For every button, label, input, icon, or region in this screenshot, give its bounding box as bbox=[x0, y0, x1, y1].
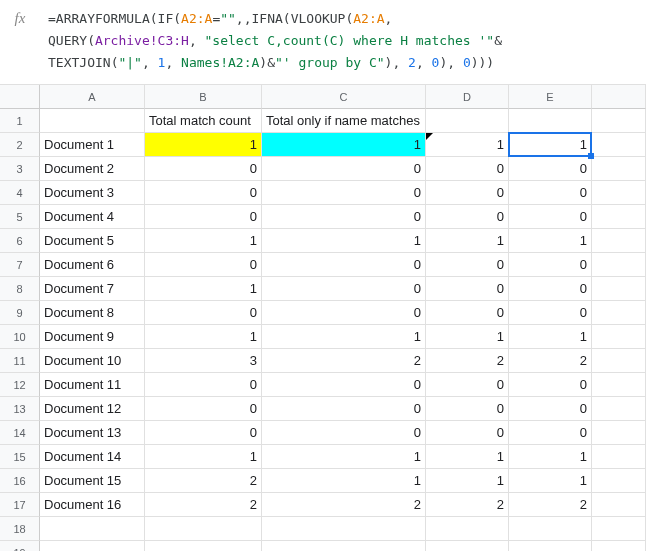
cell-A16[interactable]: Document 15 bbox=[40, 469, 145, 493]
cell-extra[interactable] bbox=[592, 541, 646, 551]
cell-extra[interactable] bbox=[592, 301, 646, 325]
cell-D5[interactable]: 0 bbox=[426, 205, 509, 229]
spreadsheet-grid[interactable]: ABCDE1Total match countTotal only if nam… bbox=[0, 85, 646, 551]
cell-extra[interactable] bbox=[592, 133, 646, 157]
cell-E12[interactable]: 0 bbox=[509, 373, 592, 397]
row-header[interactable]: 12 bbox=[0, 373, 40, 397]
cell-D1[interactable] bbox=[426, 109, 509, 133]
row-header[interactable]: 17 bbox=[0, 493, 40, 517]
cell-A9[interactable]: Document 8 bbox=[40, 301, 145, 325]
cell-C12[interactable]: 0 bbox=[262, 373, 426, 397]
row-header[interactable]: 19 bbox=[0, 541, 40, 551]
cell-C1[interactable]: Total only if name matches bbox=[262, 109, 426, 133]
cell-A7[interactable]: Document 6 bbox=[40, 253, 145, 277]
cell-B11[interactable]: 3 bbox=[145, 349, 262, 373]
cell-A13[interactable]: Document 12 bbox=[40, 397, 145, 421]
row-header[interactable]: 14 bbox=[0, 421, 40, 445]
cell-extra[interactable] bbox=[592, 397, 646, 421]
cell-D2[interactable]: 1 bbox=[426, 133, 509, 157]
row-header[interactable]: 9 bbox=[0, 301, 40, 325]
cell-extra[interactable] bbox=[592, 229, 646, 253]
cell-E7[interactable]: 0 bbox=[509, 253, 592, 277]
cell-C9[interactable]: 0 bbox=[262, 301, 426, 325]
cell-A3[interactable]: Document 2 bbox=[40, 157, 145, 181]
formula-input[interactable]: =ARRAYFORMULA(IF(A2:A="",,IFNA(VLOOKUP(A… bbox=[40, 6, 502, 74]
column-header-C[interactable]: C bbox=[262, 85, 426, 109]
cell-E5[interactable]: 0 bbox=[509, 205, 592, 229]
cell-A17[interactable]: Document 16 bbox=[40, 493, 145, 517]
cell-E2[interactable]: 1 bbox=[509, 133, 592, 157]
cell-C8[interactable]: 0 bbox=[262, 277, 426, 301]
cell-A8[interactable]: Document 7 bbox=[40, 277, 145, 301]
cell-A19[interactable] bbox=[40, 541, 145, 551]
cell-C7[interactable]: 0 bbox=[262, 253, 426, 277]
select-all-corner[interactable] bbox=[0, 85, 40, 109]
cell-E13[interactable]: 0 bbox=[509, 397, 592, 421]
cell-extra[interactable] bbox=[592, 517, 646, 541]
row-header[interactable]: 11 bbox=[0, 349, 40, 373]
cell-C4[interactable]: 0 bbox=[262, 181, 426, 205]
cell-extra[interactable] bbox=[592, 493, 646, 517]
cell-E10[interactable]: 1 bbox=[509, 325, 592, 349]
cell-B12[interactable]: 0 bbox=[145, 373, 262, 397]
cell-D8[interactable]: 0 bbox=[426, 277, 509, 301]
cell-extra[interactable] bbox=[592, 109, 646, 133]
row-header[interactable]: 4 bbox=[0, 181, 40, 205]
cell-A1[interactable] bbox=[40, 109, 145, 133]
cell-D7[interactable]: 0 bbox=[426, 253, 509, 277]
cell-D12[interactable]: 0 bbox=[426, 373, 509, 397]
cell-E18[interactable] bbox=[509, 517, 592, 541]
cell-B14[interactable]: 0 bbox=[145, 421, 262, 445]
cell-B6[interactable]: 1 bbox=[145, 229, 262, 253]
cell-E6[interactable]: 1 bbox=[509, 229, 592, 253]
cell-E8[interactable]: 0 bbox=[509, 277, 592, 301]
cell-B7[interactable]: 0 bbox=[145, 253, 262, 277]
cell-C19[interactable] bbox=[262, 541, 426, 551]
cell-D3[interactable]: 0 bbox=[426, 157, 509, 181]
cell-B18[interactable] bbox=[145, 517, 262, 541]
cell-E11[interactable]: 2 bbox=[509, 349, 592, 373]
cell-D19[interactable] bbox=[426, 541, 509, 551]
cell-extra[interactable] bbox=[592, 421, 646, 445]
row-header[interactable]: 6 bbox=[0, 229, 40, 253]
cell-C14[interactable]: 0 bbox=[262, 421, 426, 445]
cell-A6[interactable]: Document 5 bbox=[40, 229, 145, 253]
cell-E19[interactable] bbox=[509, 541, 592, 551]
cell-D11[interactable]: 2 bbox=[426, 349, 509, 373]
cell-extra[interactable] bbox=[592, 277, 646, 301]
column-header-extra[interactable] bbox=[592, 85, 646, 109]
cell-C3[interactable]: 0 bbox=[262, 157, 426, 181]
cell-A2[interactable]: Document 1 bbox=[40, 133, 145, 157]
cell-E3[interactable]: 0 bbox=[509, 157, 592, 181]
cell-E14[interactable]: 0 bbox=[509, 421, 592, 445]
cell-A14[interactable]: Document 13 bbox=[40, 421, 145, 445]
cell-D14[interactable]: 0 bbox=[426, 421, 509, 445]
row-header[interactable]: 3 bbox=[0, 157, 40, 181]
cell-extra[interactable] bbox=[592, 181, 646, 205]
row-header[interactable]: 1 bbox=[0, 109, 40, 133]
cell-D13[interactable]: 0 bbox=[426, 397, 509, 421]
cell-B9[interactable]: 0 bbox=[145, 301, 262, 325]
cell-B5[interactable]: 0 bbox=[145, 205, 262, 229]
cell-extra[interactable] bbox=[592, 253, 646, 277]
cell-B15[interactable]: 1 bbox=[145, 445, 262, 469]
cell-A11[interactable]: Document 10 bbox=[40, 349, 145, 373]
cell-C11[interactable]: 2 bbox=[262, 349, 426, 373]
cell-B10[interactable]: 1 bbox=[145, 325, 262, 349]
cell-C10[interactable]: 1 bbox=[262, 325, 426, 349]
row-header[interactable]: 7 bbox=[0, 253, 40, 277]
cell-D17[interactable]: 2 bbox=[426, 493, 509, 517]
cell-E17[interactable]: 2 bbox=[509, 493, 592, 517]
row-header[interactable]: 15 bbox=[0, 445, 40, 469]
cell-D6[interactable]: 1 bbox=[426, 229, 509, 253]
cell-E16[interactable]: 1 bbox=[509, 469, 592, 493]
cell-E9[interactable]: 0 bbox=[509, 301, 592, 325]
row-header[interactable]: 5 bbox=[0, 205, 40, 229]
cell-C2[interactable]: 1 bbox=[262, 133, 426, 157]
cell-E4[interactable]: 0 bbox=[509, 181, 592, 205]
row-header[interactable]: 16 bbox=[0, 469, 40, 493]
cell-B19[interactable] bbox=[145, 541, 262, 551]
cell-C15[interactable]: 1 bbox=[262, 445, 426, 469]
cell-B13[interactable]: 0 bbox=[145, 397, 262, 421]
cell-D16[interactable]: 1 bbox=[426, 469, 509, 493]
